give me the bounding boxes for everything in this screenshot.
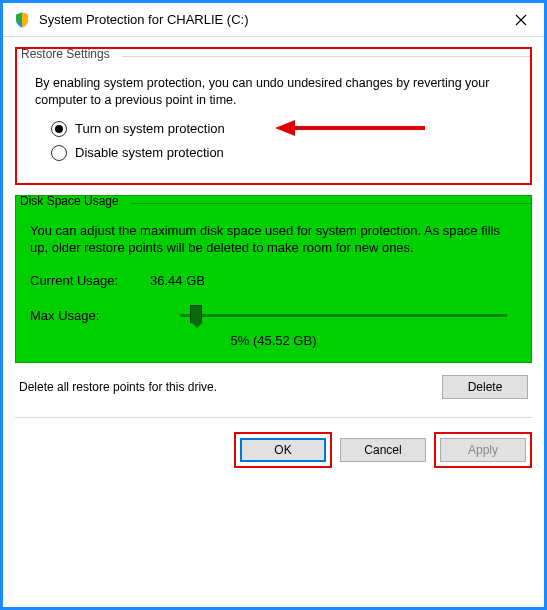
max-usage-slider[interactable] bbox=[180, 314, 507, 317]
max-usage-label: Max Usage: bbox=[30, 308, 150, 323]
delete-description: Delete all restore points for this drive… bbox=[19, 380, 217, 394]
ok-button[interactable]: OK bbox=[240, 438, 326, 462]
apply-button[interactable]: Apply bbox=[440, 438, 526, 462]
radio-disable-protection[interactable]: Disable system protection bbox=[51, 145, 518, 161]
dialog-content: Restore Settings By enabling system prot… bbox=[3, 37, 544, 418]
close-icon bbox=[515, 14, 527, 26]
current-usage-label: Current Usage: bbox=[30, 273, 150, 288]
disk-description: You can adjust the maximum disk space us… bbox=[30, 222, 517, 257]
radio-label: Turn on system protection bbox=[75, 121, 225, 136]
radio-icon bbox=[51, 121, 67, 137]
cancel-button[interactable]: Cancel bbox=[340, 438, 426, 462]
restore-group-label: Restore Settings bbox=[21, 47, 116, 61]
shield-icon bbox=[13, 11, 31, 29]
restore-description: By enabling system protection, you can u… bbox=[35, 75, 512, 109]
radio-label: Disable system protection bbox=[75, 145, 224, 160]
disk-space-usage-group: Disk Space Usage You can adjust the maxi… bbox=[15, 195, 532, 363]
restore-settings-group: Restore Settings By enabling system prot… bbox=[15, 47, 532, 185]
slider-thumb-icon bbox=[190, 305, 202, 323]
radio-icon bbox=[51, 145, 67, 161]
disk-group-label: Disk Space Usage bbox=[20, 194, 125, 208]
window-title: System Protection for CHARLIE (C:) bbox=[39, 12, 498, 27]
slider-value-text: 5% (45.52 GB) bbox=[30, 333, 517, 348]
titlebar: System Protection for CHARLIE (C:) bbox=[3, 3, 544, 37]
radio-turn-on-protection[interactable]: Turn on system protection bbox=[51, 121, 518, 137]
current-usage-value: 36.44 GB bbox=[150, 273, 205, 288]
delete-row: Delete all restore points for this drive… bbox=[19, 375, 528, 399]
dialog-footer: OK Cancel Apply bbox=[3, 428, 544, 480]
close-button[interactable] bbox=[498, 3, 544, 37]
divider bbox=[15, 417, 532, 418]
current-usage-row: Current Usage: 36.44 GB bbox=[30, 273, 517, 288]
delete-button[interactable]: Delete bbox=[442, 375, 528, 399]
